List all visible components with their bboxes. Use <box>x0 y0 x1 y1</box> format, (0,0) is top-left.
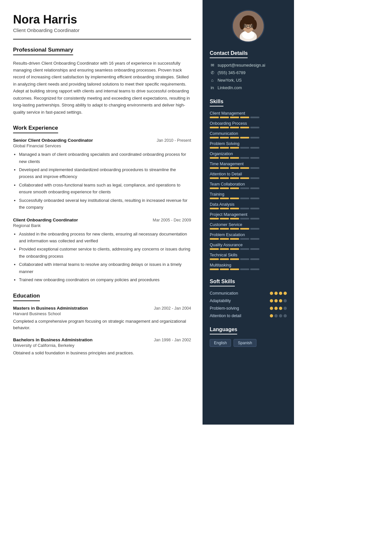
dots-container <box>270 292 287 295</box>
language-tag: Spanish <box>234 339 256 347</box>
svg-point-12 <box>251 25 252 27</box>
skill-segment-filled <box>240 228 249 230</box>
skill-bar <box>210 137 287 138</box>
soft-skill-row: Communication <box>210 291 287 296</box>
language-tags: EnglishSpanish <box>210 339 287 347</box>
skill-name: Onboarding Process <box>210 121 287 126</box>
skill-segment-empty <box>240 248 249 250</box>
dots-container <box>270 299 287 302</box>
avatar-container <box>210 10 287 42</box>
candidate-name: Nora Harris <box>13 13 191 26</box>
skill-segment-filled <box>210 157 219 159</box>
skill-segment-filled <box>220 228 229 230</box>
skill-segment-filled <box>230 228 239 230</box>
dot-filled <box>274 299 278 302</box>
dot-filled <box>270 292 273 295</box>
skill-segment-filled <box>230 248 239 250</box>
skill-segment-empty <box>250 177 259 179</box>
skill-segment-empty <box>250 127 259 128</box>
skill-segment-filled <box>220 208 229 209</box>
languages-section: Languages EnglishSpanish <box>210 327 287 347</box>
bullet-item: Collaborated with cross-functional teams… <box>19 182 191 196</box>
skill-segment-filled <box>230 117 239 118</box>
education-section: Education Masters in Business Administra… <box>13 293 191 357</box>
skill-segment-filled <box>230 208 239 209</box>
skill-segment-filled <box>210 238 219 240</box>
skill-segment-filled <box>210 268 219 270</box>
skill-segment-empty <box>250 147 259 149</box>
skill-bar <box>210 268 287 270</box>
skill-bar <box>210 218 287 219</box>
dot-filled <box>270 307 273 310</box>
dot-empty <box>284 314 287 317</box>
skill-bar <box>210 167 287 169</box>
skill-segment-empty <box>250 198 259 199</box>
bullet-item: Collaborated with internal teams to reso… <box>19 261 191 275</box>
svg-point-7 <box>252 20 257 29</box>
contact-text: NewYork, US <box>218 78 242 83</box>
skill-segment-filled <box>210 228 219 230</box>
skill-segment-filled <box>220 268 229 270</box>
dot-filled <box>279 292 282 295</box>
edu-dates: Jan 1998 - Jan 2002 <box>154 338 191 342</box>
skill-segment-filled <box>220 127 229 128</box>
language-tag: English <box>210 339 231 347</box>
soft-skills-heading: Soft Skills <box>210 279 235 286</box>
skills-heading: Skills <box>210 99 223 106</box>
skill-segment-filled <box>210 248 219 250</box>
contact-text: support@resumedesign.ai <box>218 63 265 68</box>
skill-segment-filled <box>230 137 239 138</box>
contact-heading: Contact Details <box>210 50 248 58</box>
bullet-item: Managed a team of client onboarding spec… <box>19 151 191 165</box>
contact-text: (555) 345-6789 <box>218 71 245 75</box>
skill-segment-filled <box>220 117 229 118</box>
skill-segment-filled <box>210 208 219 209</box>
contact-item: ✉support@resumedesign.ai <box>210 63 287 68</box>
bullet-item: Trained new onboarding coordinators on c… <box>19 276 191 283</box>
skill-segment-filled <box>230 167 239 169</box>
skill-name: Problem Solving <box>210 141 287 146</box>
job-bullets: Managed a team of client onboarding spec… <box>13 151 191 211</box>
candidate-title: Client Onboarding Coordinator <box>13 27 191 33</box>
soft-skill-name: Adaptability <box>210 299 231 303</box>
summary-section: Professional Summary Results-driven Clie… <box>13 47 191 116</box>
skill-segment-filled <box>210 187 219 189</box>
skill-segment-filled <box>230 238 239 240</box>
skill-segment-empty <box>240 157 249 159</box>
skill-name: Team Collaboration <box>210 182 287 186</box>
bullet-item: Provided exceptional customer service to… <box>19 246 191 260</box>
education-heading: Education <box>13 293 40 301</box>
soft-skill-row: Adaptability <box>210 299 287 303</box>
skill-segment-filled <box>220 258 229 260</box>
skill-name: Communication <box>210 131 287 136</box>
skill-name: Training <box>210 192 287 197</box>
skill-name: Multitasking <box>210 263 287 267</box>
edu-dates: Jan 2002 - Jan 2004 <box>154 306 191 311</box>
dots-container <box>270 307 287 310</box>
svg-point-11 <box>245 25 246 27</box>
skill-segment-filled <box>230 198 239 199</box>
skill-name: Project Management <box>210 212 287 217</box>
education-items: Masters in Business AdministrationJan 20… <box>13 306 191 357</box>
contact-icon: in <box>210 85 215 90</box>
skill-name: Client Management <box>210 111 287 116</box>
bullet-item: Assisted in the onboarding process for n… <box>19 231 191 245</box>
skill-segment-filled <box>240 127 249 128</box>
right-column: Contact Details ✉support@resumedesign.ai… <box>203 0 294 425</box>
skill-segment-empty <box>250 187 259 189</box>
contact-item: ✆(555) 345-6789 <box>210 70 287 75</box>
skill-segment-filled <box>220 137 229 138</box>
skill-segment-filled <box>210 177 219 179</box>
dot-filled <box>270 314 273 317</box>
skill-segment-filled <box>210 137 219 138</box>
dot-filled <box>279 307 282 310</box>
work-heading: Work Experience <box>13 125 58 133</box>
skill-segment-filled <box>210 218 219 219</box>
edu-description: Completed a comprehensive program focusi… <box>13 318 191 332</box>
skills-list: Client ManagementOnboarding ProcessCommu… <box>210 111 287 270</box>
skill-name: Quality Assurance <box>210 243 287 247</box>
skill-segment-filled <box>210 117 219 118</box>
skill-segment-empty <box>250 157 259 159</box>
skill-segment-filled <box>230 187 239 189</box>
soft-skill-name: Attention to detail <box>210 314 241 318</box>
